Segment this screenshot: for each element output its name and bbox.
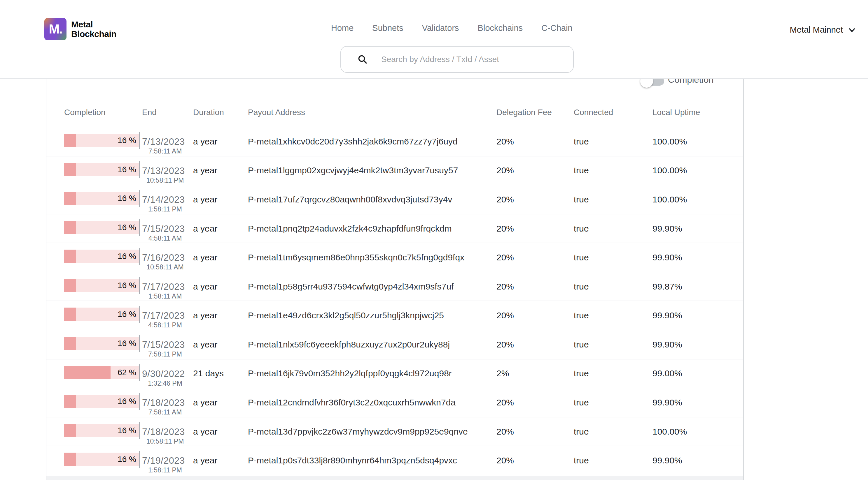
validator-row[interactable]: 16 % 7/18/2023 10:58:11 PM a year P-meta…	[46, 417, 743, 446]
brand-name: Metal Blockchain	[71, 20, 116, 39]
validator-row[interactable]: 16 % 7/19/2023 1:58:11 PM a year P-metal…	[46, 446, 743, 475]
end-cell: 9/30/2022 1:32:46 PM	[142, 369, 188, 387]
local-uptime-cell: 99.90%	[652, 243, 682, 272]
top-navigation-bar: M. Metal Blockchain Home Subnets Validat…	[0, 0, 868, 79]
end-date: 7/18/2023	[142, 397, 188, 408]
validator-row[interactable]: 16 % 7/14/2023 1:58:11 PM a year P-metal…	[46, 185, 743, 214]
end-date: 7/19/2023	[142, 455, 188, 466]
validator-row[interactable]: 16 % 7/17/2023 4:58:11 PM a year P-metal…	[46, 301, 743, 330]
validator-row[interactable]: 16 % 7/15/2023 7:58:11 PM a year P-metal…	[46, 330, 743, 359]
column-header-duration: Duration	[193, 107, 224, 117]
payout-address-cell[interactable]: P-metal13d7ppvjkc2z6w37myhywzdcv9m9pp925…	[248, 417, 468, 446]
validator-row[interactable]: 16 % 7/16/2023 10:58:11 AM a year P-meta…	[46, 243, 743, 272]
search-input[interactable]	[381, 55, 562, 64]
connected-cell: true	[574, 301, 589, 330]
payout-address-cell[interactable]: P-metal1p0s7dt33lj8r890mhynr64hm3pqzn5ds…	[248, 446, 457, 475]
completion-value: 16 %	[61, 279, 136, 292]
nav-blockchains[interactable]: Blockchains	[478, 23, 523, 33]
validator-row[interactable]: 62 % 9/30/2022 1:32:46 PM 21 days P-meta…	[46, 359, 743, 388]
end-date: 7/15/2023	[142, 224, 188, 234]
end-date: 7/13/2023	[142, 165, 188, 176]
payout-address-cell[interactable]: P-metal1tm6ysqmem86e0hnp355skqn0c7k5fng0…	[248, 243, 464, 272]
delegation-fee-cell: 20%	[496, 243, 514, 272]
end-date: 7/13/2023	[142, 136, 188, 147]
validator-row[interactable]: 16 % 7/15/2023 4:58:11 AM a year P-metal…	[46, 214, 743, 243]
completion-value: 16 %	[61, 453, 136, 466]
end-time: 1:32:46 PM	[142, 379, 188, 387]
completion-bar: 16 %	[64, 163, 139, 176]
end-cell: 7/16/2023 10:58:11 AM	[142, 252, 188, 271]
end-cell: 7/15/2023 4:58:11 AM	[142, 224, 188, 242]
payout-address-cell[interactable]: P-metal1p58g5rr4u937594cwfwtg0yp4zl34xm9…	[248, 272, 454, 301]
payout-address-cell[interactable]: P-metal1nlx59fc6yeeekfph8uzxuyz7ux2p0ur2…	[248, 330, 450, 359]
connected-cell: true	[574, 243, 589, 272]
validator-row[interactable]: 16 % 7/18/2023 7:58:11 AM a year P-metal…	[46, 388, 743, 417]
next-row-peek	[46, 476, 743, 480]
completion-value: 16 %	[61, 337, 136, 350]
nav-c-chain[interactable]: C-Chain	[541, 23, 572, 33]
end-cell: 7/15/2023 7:58:11 PM	[142, 339, 188, 358]
chevron-down-icon	[847, 26, 856, 34]
payout-address-cell[interactable]: P-metal16jk79v0m352hh2y2lqfppf0yqgk4cl97…	[248, 359, 452, 388]
brand-name-line2: Blockchain	[71, 29, 116, 39]
column-header-end: End	[142, 107, 157, 117]
end-date: 7/18/2023	[142, 426, 188, 437]
completion-bar: 16 %	[64, 192, 139, 205]
nav-subnets[interactable]: Subnets	[372, 23, 403, 33]
duration-cell: a year	[193, 301, 217, 330]
local-uptime-cell: 100.00%	[652, 127, 687, 156]
connected-cell: true	[574, 388, 589, 417]
column-header-connected: Connected	[574, 107, 613, 117]
completion-value: 16 %	[61, 424, 136, 437]
end-time: 1:58:11 PM	[142, 466, 188, 474]
bar-separator	[139, 161, 140, 178]
completion-value: 16 %	[61, 134, 136, 147]
bar-separator	[139, 364, 140, 381]
end-date: 9/30/2022	[142, 369, 188, 379]
completion-bar: 16 %	[64, 424, 139, 437]
completion-bar: 16 %	[64, 250, 139, 263]
local-uptime-cell: 99.90%	[652, 301, 682, 330]
end-date: 7/17/2023	[142, 281, 188, 292]
payout-address-cell[interactable]: P-metal1pnq2tp24aduvxk2fzk4c9zhapfdfun9f…	[248, 214, 452, 243]
end-cell: 7/13/2023 7:58:11 AM	[142, 136, 188, 155]
end-date: 7/16/2023	[142, 252, 188, 263]
payout-address-cell[interactable]: P-metal12cndmdfvhr36f0ryt3c2z0xqcuxrh5nw…	[248, 388, 456, 417]
duration-cell: a year	[193, 417, 217, 446]
local-uptime-cell: 99.00%	[652, 359, 682, 388]
validator-row[interactable]: 16 % 7/13/2023 7:58:11 AM a year P-metal…	[46, 127, 743, 157]
completion-value: 16 %	[61, 163, 136, 176]
local-uptime-cell: 99.87%	[652, 272, 682, 301]
payout-address-cell[interactable]: P-metal1xhkcv0dc20d7y3shh2jak6k9cm67zz7y…	[248, 127, 458, 156]
payout-address-cell[interactable]: P-metal17ufz7qrgcvz80aqwnh00f8xvdvq3juts…	[248, 185, 452, 214]
metal-logo-icon: M.	[44, 18, 66, 40]
completion-value: 16 %	[61, 221, 136, 234]
duration-cell: a year	[193, 446, 217, 475]
end-cell: 7/13/2023 10:58:11 PM	[142, 165, 188, 184]
payout-address-cell[interactable]: P-metal1e49zd6crx3kl2g5ql50zzur5hglj3knp…	[248, 301, 444, 330]
table-body: 16 % 7/13/2023 7:58:11 AM a year P-metal…	[46, 127, 743, 475]
delegation-fee-cell: 20%	[496, 157, 514, 185]
brand[interactable]: M. Metal Blockchain	[44, 18, 116, 40]
logo-monogram: M.	[49, 22, 62, 36]
validator-row[interactable]: 16 % 7/13/2023 10:58:11 PM a year P-meta…	[46, 157, 743, 185]
bar-separator	[139, 306, 140, 323]
validator-row[interactable]: 16 % 7/17/2023 1:58:11 AM a year P-metal…	[46, 272, 743, 302]
connected-cell: true	[574, 446, 589, 475]
nav-home[interactable]: Home	[331, 23, 353, 33]
completion-bar: 16 %	[64, 337, 139, 350]
network-selector[interactable]: Metal Mainnet	[790, 25, 856, 35]
bar-separator	[139, 393, 140, 410]
main-nav: Home Subnets Validators Blockchains C-Ch…	[331, 23, 572, 33]
completion-bar: 16 %	[64, 308, 139, 321]
end-time: 7:58:11 AM	[142, 408, 188, 416]
nav-validators[interactable]: Validators	[422, 23, 459, 33]
connected-cell: true	[574, 359, 589, 388]
connected-cell: true	[574, 417, 589, 446]
duration-cell: a year	[193, 330, 217, 359]
search-box	[340, 46, 574, 73]
connected-cell: true	[574, 157, 589, 185]
completion-value: 16 %	[61, 308, 136, 321]
payout-address-cell[interactable]: P-metal1lggmp02xgcvjwyj4e4mk2tw3tm3yvar7…	[248, 157, 458, 185]
bar-separator	[139, 277, 140, 294]
